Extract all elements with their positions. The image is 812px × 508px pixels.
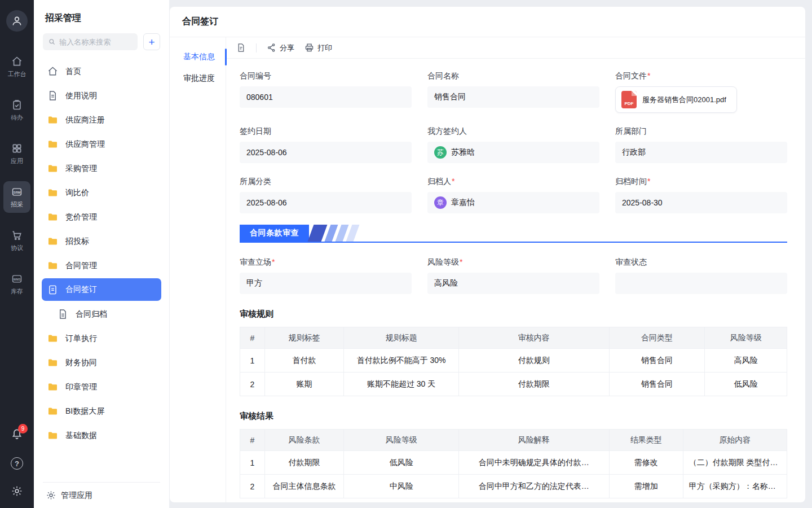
- cell: 首付款比例不能高于 30%: [344, 349, 459, 373]
- sidebar-item-label: 使用说明: [65, 91, 97, 101]
- sidebar-item-contract-manage[interactable]: 合同管理: [42, 253, 161, 278]
- search-box[interactable]: [43, 33, 138, 50]
- sidebar-item-bi-dashboard[interactable]: BI数据大屏: [42, 399, 161, 423]
- home-icon: [47, 66, 58, 77]
- notifications-button[interactable]: 9: [11, 428, 23, 441]
- help-mark: ?: [15, 459, 19, 468]
- app-root: 工作台 待办 应用 SRM 招采 协议 WMS 库存 9 ?: [0, 0, 812, 508]
- share-button[interactable]: 分享: [267, 43, 294, 53]
- add-button[interactable]: +: [143, 33, 160, 50]
- field-risk-level: 风险等级* 高风险: [427, 257, 599, 294]
- sidebar-item-instructions[interactable]: 使用说明: [42, 84, 161, 108]
- contract-name-input[interactable]: 销售合同: [427, 86, 599, 108]
- review-stance-input[interactable]: 甲方: [240, 273, 412, 294]
- column-header: #: [240, 430, 265, 451]
- manage-apps-button[interactable]: 管理应用: [43, 482, 160, 508]
- sidebar-item-supplier-manage[interactable]: 供应商管理: [42, 132, 161, 156]
- cell: 低风险: [344, 451, 459, 475]
- tab-basic-info[interactable]: 基本信息: [170, 46, 226, 68]
- wms-badge-icon: WMS: [11, 273, 23, 284]
- cell: 合同中未明确规定具体的付款…: [458, 451, 609, 475]
- rail-item-agreement[interactable]: 协议: [3, 225, 30, 256]
- rail-item-inventory[interactable]: WMS 库存: [3, 268, 30, 300]
- rail-item-srm[interactable]: SRM 招采: [3, 181, 30, 213]
- rail-item-todo[interactable]: 待办: [3, 94, 30, 126]
- category-input[interactable]: 2025-08-06: [240, 192, 412, 213]
- help-button[interactable]: ?: [11, 457, 23, 470]
- sidebar-item-order-execution[interactable]: 订单执行: [42, 326, 161, 351]
- required-mark: *: [647, 71, 650, 81]
- rules-title: 审核规则: [240, 309, 787, 319]
- search-input[interactable]: [59, 38, 132, 46]
- field-label: 签约日期: [240, 126, 271, 137]
- sidebar-item-tender[interactable]: 招投标: [42, 229, 161, 253]
- settings-gear-icon[interactable]: [11, 485, 23, 497]
- sidebar-item-label: 合同归档: [76, 309, 107, 319]
- rules-table: # 规则标签 规则标题 审核内容 合同类型 风险等级 1: [240, 327, 787, 396]
- grid-icon: [11, 143, 23, 154]
- field-label: 审查立场: [240, 257, 271, 268]
- department-input[interactable]: 行政部: [615, 142, 787, 163]
- folder-icon: [47, 187, 58, 198]
- sign-date-input[interactable]: 2025-08-06: [240, 142, 412, 163]
- archiver-input[interactable]: 章 章嘉怡: [427, 192, 599, 213]
- field-label: 所属分类: [240, 177, 271, 187]
- archive-time-input[interactable]: 2025-08-30: [615, 192, 787, 213]
- table-row: 2 账期 账期不能超过 30 天 付款期限 销售合同 低风险: [240, 373, 787, 396]
- contract-file-chip[interactable]: PDF 服务器销售合同02001.pdf: [615, 86, 737, 113]
- risk-level-input[interactable]: 高风险: [427, 273, 599, 294]
- share-icon: [267, 43, 276, 52]
- sidebar-item-procurement[interactable]: 采购管理: [42, 156, 161, 181]
- sidebar-item-inquiry[interactable]: 询比价: [42, 181, 161, 205]
- sidebar-item-bidding-manage[interactable]: 竞价管理: [42, 205, 161, 229]
- person-icon: [11, 15, 23, 27]
- column-header: 合同类型: [609, 327, 705, 349]
- sidebar-item-label: 合同管理: [65, 261, 97, 271]
- sidebar-item-finance[interactable]: 财务协同: [42, 351, 161, 375]
- archiver-avatar: 章: [434, 196, 447, 209]
- cell: 高风险: [705, 349, 787, 373]
- column-header: 原始内容: [683, 430, 787, 451]
- banner-stripe: [346, 225, 360, 242]
- contract-no-input[interactable]: 080601: [240, 86, 412, 108]
- page-card: 合同签订 基本信息 审批进度 分享: [170, 7, 805, 502]
- sidebar-title: 招采管理: [34, 0, 169, 33]
- field-review-stance: 审查立场* 甲方: [240, 257, 412, 294]
- sidebar-item-label: 供应商管理: [65, 139, 105, 150]
- field-label: 归档人: [427, 177, 451, 187]
- section-banner-review: 合同条款审查: [240, 225, 787, 243]
- banner-stripe: [308, 225, 328, 242]
- manage-gear-icon: [46, 491, 56, 500]
- field-label: 合同名称: [427, 71, 459, 81]
- cell: 低风险: [705, 373, 787, 396]
- print-button[interactable]: 打印: [304, 43, 332, 53]
- cell: 2: [240, 475, 265, 498]
- sidebar-item-supplier-register[interactable]: 供应商注册: [42, 108, 161, 132]
- user-avatar[interactable]: [6, 10, 28, 32]
- rail-item-apps[interactable]: 应用: [3, 138, 30, 169]
- sidebar-item-base-data[interactable]: 基础数据: [42, 423, 161, 448]
- sidebar-item-contract-sign[interactable]: 合同签订: [42, 278, 161, 301]
- field-review-status: 审查状态: [615, 257, 787, 294]
- app-rail: 工作台 待办 应用 SRM 招采 协议 WMS 库存 9 ?: [0, 0, 34, 508]
- review-status-input[interactable]: [615, 273, 787, 294]
- svg-text:SRM: SRM: [14, 191, 21, 194]
- tab-approval-progress[interactable]: 审批进度: [170, 68, 226, 89]
- sidebar-item-contract-archive[interactable]: 合同归档: [52, 302, 161, 326]
- cell: 甲方（采购方）：名称：…: [683, 475, 787, 498]
- sidebar-item-seal[interactable]: 印章管理: [42, 375, 161, 399]
- sidebar-item-home[interactable]: 首页: [42, 59, 161, 84]
- module-sidebar: 招采管理 + 首页 使用说明 供应商注册 供应商管理: [34, 0, 169, 508]
- rail-item-label: 应用: [11, 157, 23, 165]
- rail-item-workbench[interactable]: 工作台: [3, 51, 30, 82]
- field-category: 所属分类 2025-08-06: [240, 177, 412, 213]
- our-signer-input[interactable]: 苏 苏雅晗: [427, 142, 599, 163]
- sidebar-search-row: +: [34, 33, 169, 57]
- required-mark: *: [460, 257, 462, 267]
- column-header: 审核内容: [458, 327, 609, 349]
- required-mark: *: [647, 177, 650, 186]
- document-version-icon[interactable]: [236, 43, 246, 52]
- field-our-signer: 我方签约人 苏 苏雅晗: [427, 126, 599, 163]
- signer-avatar: 苏: [434, 146, 447, 159]
- sidebar-item-label: 订单执行: [65, 334, 97, 344]
